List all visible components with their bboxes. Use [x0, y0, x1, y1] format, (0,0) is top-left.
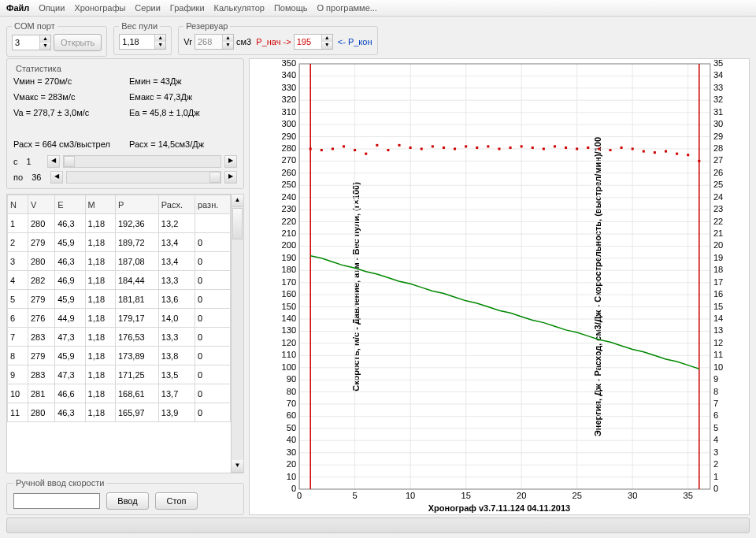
open-button[interactable]: Открыть	[54, 34, 102, 51]
svg-rect-158	[654, 151, 656, 154]
svg-text:8: 8	[713, 387, 718, 396]
table-row[interactable]: 1128046,31,18165,9713,90	[8, 403, 231, 422]
svg-rect-143	[487, 145, 489, 147]
table-row[interactable]: 227945,91,18189,7213,40	[8, 233, 231, 252]
svg-rect-134	[387, 149, 389, 151]
svg-text:16: 16	[713, 289, 723, 299]
spin-up-icon[interactable]: ▲	[154, 35, 165, 42]
scroll-right-icon[interactable]: ▶	[224, 155, 237, 168]
stop-button[interactable]: Стоп	[155, 492, 198, 510]
scroll-thumb[interactable]	[232, 208, 243, 239]
spin-up-icon[interactable]: ▲	[39, 35, 50, 43]
spin-up-icon[interactable]: ▲	[321, 35, 332, 42]
table-row[interactable]: 527945,91,18181,8113,60	[8, 290, 231, 309]
col-header[interactable]: V	[28, 195, 54, 214]
svg-text:140: 140	[282, 314, 297, 323]
table-row[interactable]: 928347,31,18171,2513,50	[8, 365, 231, 384]
svg-rect-152	[587, 147, 589, 149]
pstart-input[interactable]	[295, 35, 321, 49]
svg-text:300: 300	[282, 119, 297, 128]
comport-spinner[interactable]: ▲▼	[12, 35, 51, 50]
spin-down-icon[interactable]: ▼	[321, 42, 332, 49]
toolbar: COM порт ▲▼ Открыть Вес пули ▲▼ Резервуа…	[0, 17, 756, 58]
svg-text:19: 19	[713, 253, 723, 262]
svg-text:26: 26	[713, 168, 723, 177]
pstart-spinner[interactable]: ▲▼	[294, 34, 333, 50]
weight-input[interactable]	[120, 35, 154, 49]
svg-text:190: 190	[282, 253, 297, 262]
col-header[interactable]: разн.	[195, 195, 230, 214]
menu-item[interactable]: Графики	[170, 3, 205, 13]
menu-item[interactable]: Помощь	[274, 3, 308, 13]
svg-rect-146	[521, 145, 523, 147]
menu-item[interactable]: Опции	[39, 3, 65, 13]
spin-up-icon[interactable]: ▲	[222, 35, 233, 42]
svg-text:4: 4	[713, 435, 718, 444]
svg-rect-128	[321, 149, 323, 151]
table-row[interactable]: 128046,31,18192,3613,2	[8, 214, 231, 233]
svg-rect-124	[299, 64, 710, 489]
svg-rect-132	[365, 153, 367, 155]
menu-item[interactable]: Серии	[135, 3, 160, 13]
manual-speed-input[interactable]	[13, 493, 100, 509]
svg-text:340: 340	[282, 70, 297, 80]
spin-down-icon[interactable]: ▼	[222, 42, 233, 49]
menu-item[interactable]: Файл	[6, 3, 29, 13]
svg-text:25: 25	[713, 180, 723, 189]
scroll-right-icon[interactable]: ▶	[224, 171, 237, 184]
svg-text:290: 290	[282, 132, 297, 141]
stat-rashl: Расх = 664 см3/выстрел	[13, 136, 121, 152]
svg-rect-156	[632, 147, 634, 150]
svg-rect-136	[410, 147, 412, 149]
svg-text:15: 15	[461, 491, 470, 500]
table-row[interactable]: 827945,91,18173,8913,80	[8, 347, 231, 365]
svg-rect-160	[676, 153, 678, 155]
col-header[interactable]: P	[115, 195, 158, 214]
stat-va: Va = 278,7 ± 3,0м/с	[13, 105, 121, 121]
scroll-track[interactable]	[63, 155, 221, 168]
table-row[interactable]: 428246,91,18184,4413,30	[8, 271, 231, 290]
enter-button[interactable]: Ввод	[106, 492, 149, 510]
from-label: с	[13, 157, 18, 166]
label: Ручной ввод скорости	[13, 478, 106, 488]
svg-text:24: 24	[713, 192, 723, 202]
menu-item[interactable]: О программе...	[317, 3, 376, 13]
svg-text:40: 40	[287, 435, 296, 444]
svg-rect-130	[343, 145, 345, 147]
comport-input[interactable]	[13, 35, 39, 50]
svg-text:5: 5	[713, 423, 718, 432]
svg-text:20: 20	[287, 459, 296, 469]
label: Вес пули	[119, 21, 160, 31]
menu-item[interactable]: Калькулятор	[214, 3, 265, 13]
table-row[interactable]: 1028146,61,18168,6113,70	[8, 384, 231, 403]
vr-spinner[interactable]: ▲▼	[195, 34, 234, 50]
scroll-up-icon[interactable]: ▲	[232, 195, 243, 207]
svg-text:28: 28	[713, 143, 723, 153]
scroll-track[interactable]	[66, 171, 221, 184]
scroll-left-icon[interactable]: ◀	[47, 155, 60, 168]
svg-rect-133	[376, 144, 378, 147]
col-header[interactable]: M	[85, 195, 115, 214]
menu-item[interactable]: Хронографы	[74, 3, 125, 13]
spin-down-icon[interactable]: ▼	[39, 43, 50, 50]
svg-text:200: 200	[282, 240, 297, 250]
svg-rect-137	[421, 147, 423, 150]
svg-text:260: 260	[282, 168, 297, 177]
stat-rashr: Расх = 14,5см3/Дж	[129, 136, 237, 152]
svg-rect-149	[554, 145, 556, 147]
col-header[interactable]: N	[8, 195, 28, 214]
comport-fieldset: COM порт ▲▼ Открыть	[6, 21, 107, 57]
table-row[interactable]: 728347,31,18176,5313,30	[8, 328, 231, 347]
weight-spinner[interactable]: ▲▼	[119, 34, 166, 50]
spin-down-icon[interactable]: ▼	[154, 42, 165, 49]
table-row[interactable]: 627644,91,18179,1714,00	[8, 309, 231, 328]
table-scrollbar[interactable]: ▲ ▼	[231, 195, 243, 473]
col-header[interactable]: E	[55, 195, 85, 214]
scroll-left-icon[interactable]: ◀	[50, 171, 63, 184]
scroll-down-icon[interactable]: ▼	[232, 460, 243, 473]
col-header[interactable]: Расх.	[158, 195, 195, 214]
table-row[interactable]: 328046,31,18187,0813,40	[8, 252, 231, 271]
svg-text:110: 110	[282, 350, 297, 359]
svg-rect-161	[687, 154, 689, 156]
svg-text:7: 7	[713, 399, 718, 408]
